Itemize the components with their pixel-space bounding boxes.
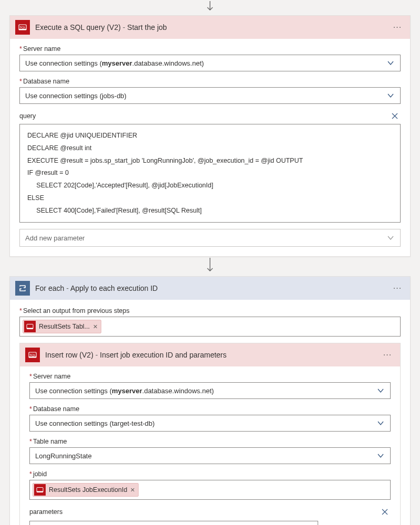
query-label: query: [19, 112, 36, 120]
database-name-label: Database name: [19, 78, 401, 85]
token-remove-icon[interactable]: ✕: [130, 487, 135, 494]
chevron-down-icon: [381, 59, 400, 67]
more-menu-button[interactable]: ···: [390, 282, 405, 295]
add-new-parameter-select[interactable]: Add new parameter: [19, 229, 401, 247]
query-textarea[interactable]: DECLARE @jid UNIQUEIDENTIFIER DECLARE @r…: [19, 124, 401, 223]
select-output-label: Select an output from previous steps: [19, 307, 401, 314]
svg-rect-6: [29, 356, 36, 358]
jobid-label: jobid: [29, 470, 391, 478]
sql-icon: SQL: [25, 348, 40, 362]
step-execute-sql-start-job: SQL Execute a SQL query (V2) - Start the…: [9, 15, 411, 257]
token-resultsets-jobexecutionid[interactable]: ResultSets JobExecutionId ✕: [33, 483, 139, 497]
parameters-label: parameters: [29, 508, 62, 516]
svg-rect-1: [19, 29, 26, 30]
svg-text:SQL: SQL: [29, 353, 35, 356]
database-name-select[interactable]: Use connection settings (jobs-db): [19, 87, 401, 104]
server-name-label: Server name: [29, 373, 391, 380]
jobid-input[interactable]: ResultSets JobExecutionId ✕: [29, 480, 391, 500]
clear-parameters-button[interactable]: [379, 506, 391, 518]
table-name-label: Table name: [29, 438, 391, 445]
step-title: Insert row (V2) - Insert job execution I…: [45, 351, 380, 359]
step-title: For each - Apply to each execution ID: [35, 284, 390, 292]
sql-icon: SQL: [15, 20, 30, 35]
connector-arrow: [9, 0, 411, 15]
server-name-select[interactable]: Use connection settings (myserver.databa…: [19, 55, 401, 71]
more-menu-button[interactable]: ···: [390, 21, 405, 34]
connector-arrow: [9, 257, 411, 276]
step-title: Execute a SQL query (V2) - Start the job: [35, 23, 390, 32]
server-name-label: Server name: [19, 45, 401, 52]
table-name-select[interactable]: LongRunningState: [29, 447, 391, 464]
chevron-down-icon: [381, 92, 400, 99]
select-output-input[interactable]: ResultSets Tabl... ✕: [19, 317, 401, 337]
sql-icon: [34, 484, 46, 496]
server-name-select[interactable]: Use connection settings (myserver.databa…: [29, 382, 391, 399]
chevron-down-icon: [371, 452, 390, 459]
chevron-down-icon: [371, 419, 390, 427]
svg-rect-9: [37, 491, 43, 492]
sql-icon: [24, 321, 36, 332]
step-insert-row: SQL Insert row (V2) - Insert job executi…: [19, 343, 401, 525]
step-for-each: For each - Apply to each execution ID ··…: [9, 276, 411, 525]
chevron-down-icon: [381, 234, 400, 242]
foreach-icon: [15, 281, 30, 296]
svg-text:SQL: SQL: [19, 26, 25, 29]
step-header[interactable]: SQL Insert row (V2) - Insert job executi…: [20, 343, 400, 366]
token-remove-icon[interactable]: ✕: [93, 323, 98, 330]
clear-query-button[interactable]: [389, 110, 401, 122]
svg-rect-4: [27, 328, 33, 329]
token-resultsets-table[interactable]: ResultSets Tabl... ✕: [23, 320, 101, 333]
parameters-input[interactable]: [29, 521, 318, 525]
step-header[interactable]: SQL Execute a SQL query (V2) - Start the…: [10, 16, 410, 39]
database-name-select[interactable]: Use connection settings (target-test-db): [29, 415, 391, 432]
database-name-label: Database name: [29, 405, 391, 413]
more-menu-button[interactable]: ···: [380, 349, 395, 361]
step-header[interactable]: For each - Apply to each execution ID ··…: [10, 277, 410, 300]
chevron-down-icon: [371, 387, 390, 394]
